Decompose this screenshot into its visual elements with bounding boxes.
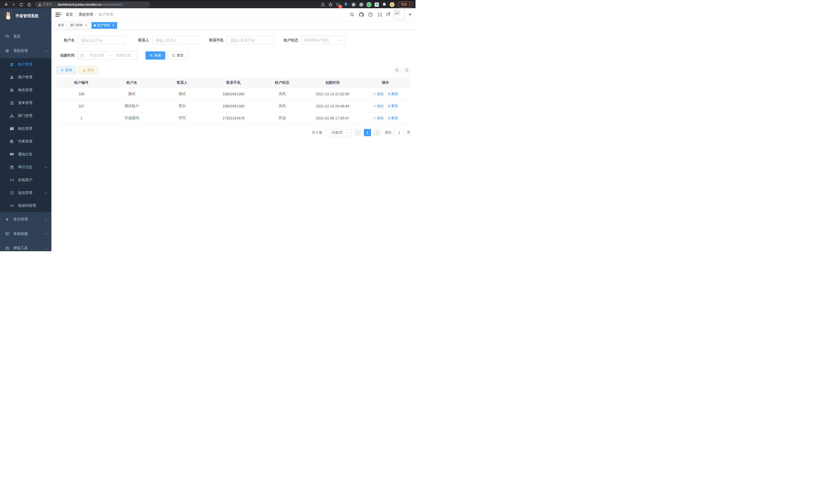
- gear-icon: [5, 49, 9, 53]
- blue-pin-extension-icon[interactable]: [343, 1, 349, 8]
- sidebar-item-home[interactable]: 首页: [0, 29, 51, 44]
- tab-tenant[interactable]: 租户管理 ✕: [91, 22, 117, 29]
- sidebar-item-dict[interactable]: 字典管理: [0, 135, 51, 148]
- tenant-table: 租户编号 租户名 联系人 联系手机 租户状态 创建时间 操作 108 测试 测试…: [57, 78, 410, 124]
- chevron-left-icon: [356, 131, 359, 134]
- browser-toolbar: 不安全 dashboard.yudao.iocoder.cn/system/te…: [0, 0, 416, 8]
- share-icon[interactable]: [319, 2, 326, 8]
- sidebar-item-user[interactable]: 用户管理: [0, 71, 51, 84]
- user-avatar[interactable]: [394, 10, 405, 20]
- export-button[interactable]: 导出: [79, 66, 98, 74]
- page-number-1[interactable]: 1: [364, 129, 371, 136]
- home-icon[interactable]: [26, 2, 32, 8]
- command-extension-icon[interactable]: ⌘: [350, 1, 357, 8]
- download-icon: [83, 68, 86, 72]
- prev-page-button[interactable]: [354, 129, 361, 136]
- forward-icon[interactable]: [10, 2, 17, 8]
- menu-dots-icon[interactable]: [409, 3, 410, 6]
- contact-input[interactable]: [152, 36, 200, 45]
- breadcrumb-home[interactable]: 首页: [66, 12, 73, 17]
- sidebar-item-notice[interactable]: 通知公告: [0, 148, 51, 161]
- sidebar-item-pay[interactable]: ¥ 支付管理: [0, 212, 51, 227]
- filter-tenant-name: 租户名: [57, 36, 125, 45]
- edit-link[interactable]: 修改: [373, 92, 384, 96]
- refresh-icon: [405, 68, 408, 72]
- update-button[interactable]: 更新: [398, 2, 413, 8]
- search-icon: [395, 68, 399, 72]
- search-icon[interactable]: [349, 12, 355, 18]
- tree-list-icon: [10, 101, 14, 105]
- edit-icon: [373, 92, 376, 95]
- reset-button[interactable]: 重置: [168, 51, 188, 60]
- status-badge: 关闭: [260, 92, 304, 96]
- edit-link[interactable]: 修改: [373, 104, 384, 109]
- breadcrumb-current: 租户管理: [99, 12, 113, 17]
- chat-extension-icon[interactable]: [373, 1, 380, 8]
- security-warning[interactable]: 不安全: [38, 2, 52, 7]
- sidebar-item-role[interactable]: 角色管理: [0, 84, 51, 97]
- puzzle-extensions-icon[interactable]: [381, 1, 388, 8]
- logo-rabbit-image: [4, 12, 12, 20]
- users-icon: [10, 62, 14, 66]
- delete-link[interactable]: 删除: [388, 104, 398, 109]
- breadcrumb-system[interactable]: 系统管理: [79, 12, 93, 17]
- tab-dept[interactable]: 部门管理 ✕: [68, 22, 90, 29]
- trash-icon: [388, 117, 391, 120]
- sidebar-item-post[interactable]: 岗位管理: [0, 122, 51, 135]
- chevron-down-icon: [45, 247, 47, 250]
- dot-extension-icon[interactable]: [358, 1, 365, 8]
- github-icon[interactable]: [359, 12, 364, 18]
- show-search-button[interactable]: [393, 66, 401, 74]
- help-icon[interactable]: [368, 12, 373, 18]
- fullscreen-icon[interactable]: [377, 12, 382, 18]
- emoji-profile-avatar[interactable]: [389, 1, 396, 8]
- close-icon[interactable]: ✕: [84, 24, 88, 27]
- sidebar-item-dev-tools[interactable]: 研发工具: [0, 241, 51, 251]
- status-select[interactable]: 请选择租户状态: [301, 36, 345, 45]
- delete-link[interactable]: 删除: [388, 116, 398, 120]
- search-button[interactable]: 搜索: [145, 51, 165, 60]
- bookmark-star-icon[interactable]: [327, 2, 334, 8]
- sidebar-toggle-icon[interactable]: [56, 12, 61, 17]
- reload-icon[interactable]: [18, 2, 25, 8]
- back-icon[interactable]: [3, 2, 9, 8]
- shield-check-icon: [10, 191, 14, 195]
- columns-extension-icon[interactable]: 10: [335, 1, 342, 8]
- edit-link[interactable]: 修改: [373, 116, 384, 120]
- chevron-down-icon: [45, 191, 47, 195]
- chevron-down-icon: [45, 166, 47, 169]
- sidebar-item-audit-log[interactable]: 审计日志: [0, 161, 51, 174]
- goto-page-input[interactable]: [394, 129, 405, 136]
- sidebar-item-infra[interactable]: 基础设施: [0, 227, 51, 241]
- sidebar-item-sms[interactable]: 短信管理: [0, 186, 51, 199]
- sidebar-item-tenant[interactable]: 租户管理: [0, 58, 51, 71]
- page-size-select[interactable]: 10条/页: [326, 129, 351, 136]
- filter-status: 租户状态 请选择租户状态: [280, 36, 345, 45]
- edit-icon: [373, 105, 376, 108]
- sidebar-item-online-user[interactable]: 在线用户: [0, 174, 51, 186]
- add-button[interactable]: 新增: [57, 66, 76, 74]
- sidebar-item-error-code[interactable]: 错误码管理: [0, 199, 51, 212]
- refresh-table-button[interactable]: [403, 66, 410, 74]
- date-range-picker[interactable]: 开始日期 - 结束日期: [78, 51, 137, 60]
- sidebar-item-dept[interactable]: 部门管理: [0, 110, 51, 122]
- tag-views-bar: 首页 部门管理 ✕ 租户管理 ✕: [51, 21, 416, 30]
- green-y-extension-icon[interactable]: Y: [366, 1, 372, 8]
- goto-label: 前往: [385, 130, 392, 135]
- avatar-dropdown-caret[interactable]: [409, 14, 411, 16]
- close-icon[interactable]: ✕: [111, 24, 115, 27]
- yen-icon: ¥: [5, 217, 9, 221]
- tab-home[interactable]: 首页: [56, 22, 66, 29]
- app-logo[interactable]: 芋道管理系统: [0, 8, 51, 24]
- tenant-name-input[interactable]: [78, 36, 125, 45]
- delete-link[interactable]: 删除: [388, 92, 398, 96]
- mobile-input[interactable]: [227, 36, 275, 45]
- filter-contact: 联系人: [131, 36, 200, 45]
- pagination-total: 共 3 条: [312, 130, 322, 135]
- code-icon: [10, 204, 14, 208]
- sidebar-item-system[interactable]: 系统管理: [0, 44, 51, 58]
- font-size-icon[interactable]: TT: [386, 12, 390, 17]
- sidebar-item-menu[interactable]: 菜单管理: [0, 97, 51, 110]
- next-page-button[interactable]: [374, 129, 381, 136]
- address-bar[interactable]: 不安全 dashboard.yudao.iocoder.cn/system/te…: [35, 2, 150, 8]
